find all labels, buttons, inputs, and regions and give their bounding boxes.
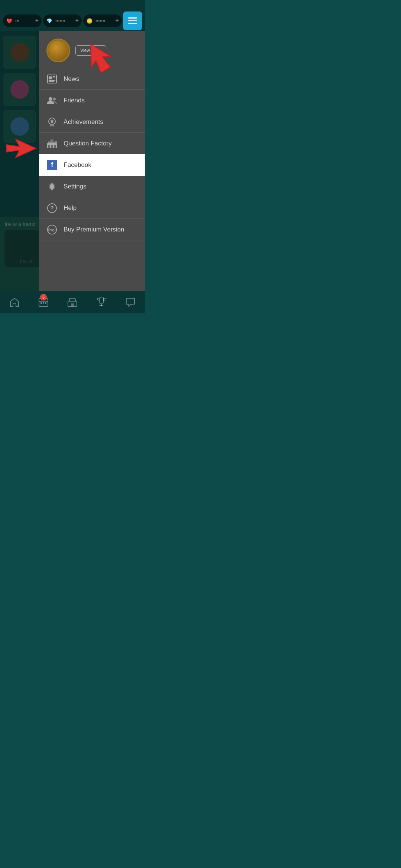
avatar-inner <box>48 40 68 60</box>
menu-item-settings[interactable]: Settings <box>39 176 145 197</box>
coins-icon: 🪙 <box>85 17 94 25</box>
menu-line-2 <box>128 20 137 22</box>
svg-point-8 <box>49 97 52 101</box>
nav-item-calendar[interactable]: 5 <box>29 291 58 313</box>
calendar-badge: 5 <box>40 294 47 300</box>
question-factory-label: Question Factory <box>63 140 111 147</box>
friends-icon <box>46 95 58 106</box>
news-label: News <box>63 75 79 83</box>
premium-icon: Pro! <box>46 224 58 235</box>
svg-rect-27 <box>43 302 44 304</box>
menu-item-friends[interactable]: Friends <box>39 90 145 111</box>
gems-stat: 💎 ••••••• + <box>43 14 82 27</box>
svg-rect-14 <box>51 145 53 148</box>
bg-card-2 <box>3 73 36 106</box>
bg-circle-3 <box>10 117 29 136</box>
arrow-right-indicator <box>4 137 38 164</box>
nav-item-home[interactable] <box>0 291 29 313</box>
svg-rect-15 <box>54 145 56 148</box>
trophy-icon <box>96 297 107 307</box>
bg-circle-1 <box>10 43 29 62</box>
hearts-value: ••• <box>15 19 33 23</box>
status-bar <box>0 0 145 10</box>
menu-line-1 <box>128 17 137 19</box>
help-icon: ? <box>46 203 58 214</box>
menu-item-buy-premium[interactable]: Pro! Buy Premium Version <box>39 219 145 240</box>
settings-icon <box>46 181 58 192</box>
svg-rect-30 <box>71 303 74 306</box>
svg-text:Pro!: Pro! <box>48 228 56 232</box>
svg-rect-26 <box>40 302 42 304</box>
menu-item-facebook[interactable]: f Facebook <box>39 154 145 176</box>
chat-icon <box>125 297 136 307</box>
header: ❤️ ••• + 💎 ••••••• + 🪙 ••••••• + <box>0 10 145 31</box>
hearts-stat: ❤️ ••• + <box>3 14 42 27</box>
coins-stat: 🪙 ••••••• + <box>83 14 122 27</box>
svg-rect-13 <box>48 145 50 148</box>
bottom-navigation: 5 <box>0 291 145 313</box>
home-icon <box>9 297 20 307</box>
factory-icon <box>46 138 58 149</box>
avatar <box>46 39 70 62</box>
svg-rect-3 <box>49 76 52 79</box>
menu-line-3 <box>128 23 137 24</box>
achievements-label: Achievements <box>63 118 103 126</box>
achievements-icon <box>46 116 58 128</box>
settings-label: Settings <box>63 183 86 190</box>
hamburger-menu-button[interactable] <box>123 11 142 30</box>
bg-circle-2 <box>10 80 29 99</box>
svg-point-9 <box>53 98 56 101</box>
nav-item-chat[interactable] <box>116 291 145 313</box>
gems-value: ••••••• <box>55 19 73 23</box>
coins-add[interactable]: + <box>115 17 119 24</box>
svg-marker-1 <box>6 139 36 158</box>
menu-items-list: News Friends Achievements <box>39 68 145 291</box>
bg-card-1 <box>3 36 36 69</box>
menu-item-achievements[interactable]: Achievements <box>39 111 145 133</box>
help-label: Help <box>63 204 76 212</box>
svg-rect-16 <box>50 139 53 142</box>
facebook-icon: f <box>46 160 58 171</box>
menu-item-question-factory[interactable]: Question Factory <box>39 133 145 154</box>
buy-premium-label: Buy Premium Version <box>63 226 124 233</box>
svg-rect-28 <box>45 302 46 304</box>
hearts-icon: ❤️ <box>5 17 13 25</box>
friends-label: Friends <box>63 97 85 104</box>
svg-marker-11 <box>50 119 54 124</box>
store-icon <box>67 297 78 307</box>
gems-icon: 💎 <box>45 17 53 25</box>
coins-value: ••••••• <box>95 19 113 23</box>
menu-item-help[interactable]: ? Help <box>39 197 145 219</box>
news-icon <box>46 73 58 85</box>
nav-item-store[interactable] <box>58 291 87 313</box>
svg-text:?: ? <box>50 205 54 211</box>
hearts-add[interactable]: + <box>35 17 39 24</box>
facebook-label: Facebook <box>63 161 91 169</box>
nav-item-trophy[interactable] <box>87 291 116 313</box>
gems-add[interactable]: + <box>75 17 79 24</box>
